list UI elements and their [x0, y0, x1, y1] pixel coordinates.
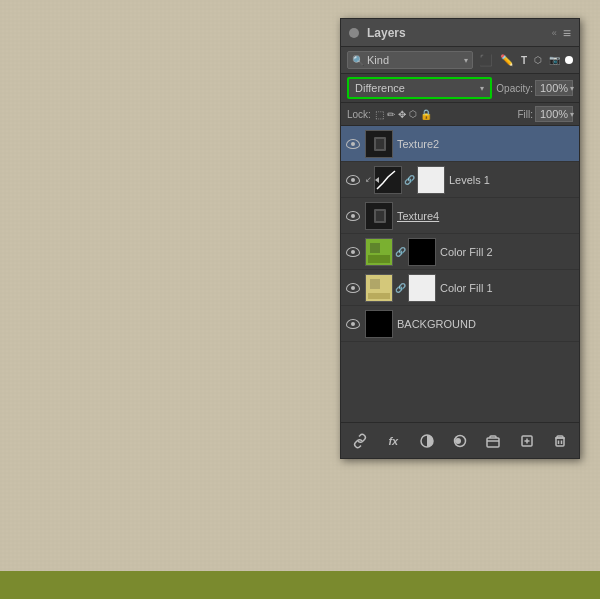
svg-rect-17	[487, 438, 499, 447]
levels-link-icon: 🔗	[404, 175, 415, 185]
svg-rect-21	[556, 438, 564, 446]
text-filter-icon[interactable]: T	[519, 54, 529, 67]
kind-toolbar-row: 🔍 Kind ▾ ⬛ ✏️ T ⬡ 📷	[341, 47, 579, 74]
eye-icon-texture4	[346, 211, 360, 221]
panel-collapse-icon[interactable]: «	[552, 28, 557, 38]
fill-area: Fill: 100% ▾	[517, 106, 573, 122]
layer-thumb-area-colorfill1: 🔗	[365, 274, 436, 302]
opacity-chevron: ▾	[570, 84, 574, 93]
opacity-area: Opacity: 100% ▾	[496, 80, 573, 96]
lock-all-icon[interactable]: 🔒	[420, 109, 432, 120]
layer-thumb-colorfill1-color	[365, 274, 393, 302]
lock-move-icon[interactable]: ✥	[398, 109, 406, 120]
layer-visibility-colorfill2[interactable]	[345, 244, 361, 260]
layer-item-background[interactable]: BACKGROUND	[341, 306, 579, 342]
layer-thumb-colorfill1-mask	[408, 274, 436, 302]
layer-thumb-texture2	[365, 130, 393, 158]
fx-button[interactable]: fx	[382, 430, 404, 452]
eye-icon-colorfill1	[346, 283, 360, 293]
layer-thumb-levels-mask	[417, 166, 445, 194]
layer-name-texture4: Texture4	[397, 210, 575, 222]
brush-filter-icon[interactable]: ✏️	[498, 53, 516, 68]
blend-chevron: ▾	[480, 84, 484, 93]
panel-menu-icon[interactable]: ≡	[563, 25, 571, 41]
lock-label: Lock:	[347, 109, 371, 120]
new-adj-layer-button[interactable]	[449, 430, 471, 452]
smart-filter-icon[interactable]: 📷	[547, 54, 562, 66]
delete-layer-button[interactable]	[549, 430, 571, 452]
search-icon: 🔍	[352, 55, 364, 66]
layer-thumb-area-background	[365, 310, 393, 338]
layers-empty-space	[341, 342, 579, 422]
new-fill-adj-button[interactable]	[416, 430, 438, 452]
layer-name-colorfill1: Color Fill 1	[440, 282, 575, 294]
layer-item-colorfill1[interactable]: 🔗 Color Fill 1	[341, 270, 579, 306]
layer-visibility-colorfill1[interactable]	[345, 280, 361, 296]
lock-brush-icon[interactable]: ✏	[387, 109, 395, 120]
layer-item-levels1[interactable]: ↙ 🔗 Levels 1	[341, 162, 579, 198]
layer-name-texture2: Texture2	[397, 138, 575, 150]
lock-pixels-icon[interactable]: ⬚	[375, 109, 384, 120]
layer-visibility-texture2[interactable]	[345, 136, 361, 152]
lock-icons: ⬚ ✏ ✥ ⬡ 🔒	[375, 109, 514, 120]
lock-fill-row: Lock: ⬚ ✏ ✥ ⬡ 🔒 Fill: 100% ▾	[341, 103, 579, 126]
layer-item-texture4[interactable]: Texture4	[341, 198, 579, 234]
eye-icon-texture2	[346, 139, 360, 149]
layer-item-texture2[interactable]: Texture2	[341, 126, 579, 162]
pixel-filter-icon[interactable]: ⬛	[477, 53, 495, 68]
new-layer-button[interactable]	[516, 430, 538, 452]
layer-thumb-area-texture4	[365, 202, 393, 230]
kind-dropdown[interactable]: 🔍 Kind ▾	[347, 51, 473, 69]
colorfill2-link-icon: 🔗	[395, 247, 406, 257]
panel-actions: fx	[341, 422, 579, 458]
svg-rect-10	[370, 243, 380, 253]
layer-name-levels1: Levels 1	[449, 174, 575, 186]
kind-label: Kind	[367, 54, 389, 66]
svg-rect-7	[376, 211, 384, 221]
layer-item-colorfill2[interactable]: 🔗 Color Fill 2	[341, 234, 579, 270]
layer-name-background: BACKGROUND	[397, 318, 575, 330]
panel-titlebar: Layers « ≡	[341, 19, 579, 47]
panel-title-area: Layers	[349, 26, 406, 40]
layer-thumb-background	[365, 310, 393, 338]
svg-rect-2	[376, 139, 384, 149]
layer-thumb-colorfill2-color	[365, 238, 393, 266]
eye-icon-levels1	[346, 175, 360, 185]
layers-list: Texture2 ↙ 🔗	[341, 126, 579, 422]
opacity-label: Opacity:	[496, 83, 533, 94]
lock-artboard-icon[interactable]: ⬡	[409, 109, 417, 119]
svg-point-16	[455, 438, 461, 444]
svg-rect-12	[368, 293, 390, 299]
layer-thumb-area-texture2	[365, 130, 393, 158]
panel-close-button[interactable]	[349, 28, 359, 38]
link-layers-button[interactable]	[349, 430, 371, 452]
layers-panel: Layers « ≡ 🔍 Kind ▾ ⬛ ✏️ T ⬡ 📷 Differenc…	[340, 18, 580, 459]
colorfill1-link-icon: 🔗	[395, 283, 406, 293]
layer-visibility-levels1[interactable]	[345, 172, 361, 188]
toolbar-icons: ⬛ ✏️ T ⬡ 📷	[477, 53, 573, 68]
bottom-bar	[0, 571, 600, 599]
blend-mode-dropdown[interactable]: Difference ▾	[347, 77, 492, 99]
fill-input[interactable]: 100% ▾	[535, 106, 573, 122]
layer-thumb-levels-curve	[374, 166, 402, 194]
eye-icon-background	[346, 319, 360, 329]
svg-rect-9	[368, 255, 390, 263]
layer-visibility-background[interactable]	[345, 316, 361, 332]
fx-label: fx	[388, 435, 398, 447]
opacity-input[interactable]: 100% ▾	[535, 80, 573, 96]
panel-title: Layers	[367, 26, 406, 40]
blend-mode-value: Difference	[355, 82, 405, 94]
layer-visibility-texture4[interactable]	[345, 208, 361, 224]
layer-thumb-area-levels1: ↙ 🔗	[365, 166, 445, 194]
levels-arrow-icon: ↙	[365, 175, 372, 184]
fill-chevron: ▾	[570, 110, 574, 119]
opacity-value-text: 100%	[540, 82, 568, 94]
layer-thumb-texture4	[365, 202, 393, 230]
fill-value-text: 100%	[540, 108, 568, 120]
eye-icon-colorfill2	[346, 247, 360, 257]
blend-opacity-row: Difference ▾ Opacity: 100% ▾	[341, 74, 579, 103]
layer-thumb-colorfill2-mask	[408, 238, 436, 266]
new-group-button[interactable]	[482, 430, 504, 452]
fill-label: Fill:	[517, 109, 533, 120]
shape-filter-icon[interactable]: ⬡	[532, 54, 544, 66]
